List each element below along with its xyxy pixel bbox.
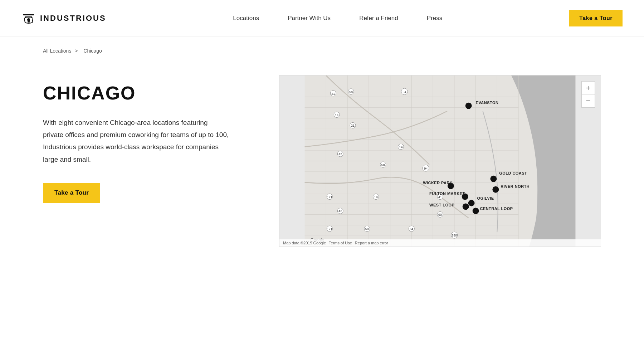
svg-text:43: 43 — [338, 152, 342, 156]
svg-text:EVANSTON: EVANSTON — [476, 101, 499, 105]
svg-rect-3 — [28, 21, 30, 23]
map-footer: Map data ©2019 Google Terms of Use Repor… — [279, 239, 601, 247]
left-panel: CHICAGO With eight convenient Chicago-ar… — [43, 75, 250, 203]
nav-partner[interactable]: Partner With Us — [288, 15, 331, 22]
nav-locations[interactable]: Locations — [233, 15, 259, 22]
svg-text:94: 94 — [402, 90, 406, 94]
svg-text:171: 171 — [327, 227, 332, 231]
svg-text:43: 43 — [338, 209, 342, 213]
svg-text:90: 90 — [438, 213, 442, 216]
map-controls: + − — [581, 81, 595, 108]
svg-text:94: 94 — [424, 167, 428, 170]
nav-refer[interactable]: Refer a Friend — [359, 15, 398, 22]
breadcrumb-separator: > — [75, 48, 78, 54]
svg-rect-0 — [23, 14, 34, 15]
map-data-credit: Map data ©2019 Google — [283, 241, 326, 245]
logo[interactable]: INDUSTRIOUS — [21, 11, 106, 25]
main-content: CHICAGO With eight convenient Chicago-ar… — [0, 54, 644, 268]
svg-text:41: 41 — [438, 195, 442, 199]
svg-text:WEST LOOP: WEST LOOP — [429, 203, 454, 207]
svg-text:WICKER PARK: WICKER PARK — [423, 181, 453, 185]
svg-text:GOLD COAST: GOLD COAST — [499, 171, 527, 175]
city-description: With eight convenient Chicago-area locat… — [43, 117, 229, 166]
svg-text:171: 171 — [327, 195, 332, 199]
svg-text:58: 58 — [349, 90, 353, 94]
map-container: 21 58 94 14 21 43 14 50 94 171 — [279, 75, 601, 247]
svg-text:21: 21 — [331, 92, 335, 96]
map-terms-link[interactable]: Terms of Use — [329, 241, 352, 245]
svg-text:50: 50 — [381, 163, 385, 167]
svg-text:50: 50 — [365, 227, 369, 231]
svg-point-79 — [473, 208, 479, 214]
breadcrumb-all-locations[interactable]: All Locations — [43, 48, 71, 54]
logo-text: INDUSTRIOUS — [40, 14, 106, 23]
header-take-tour-button[interactable]: Take a Tour — [569, 10, 623, 26]
svg-point-75 — [468, 200, 475, 206]
chicago-map: 21 58 94 14 21 43 14 50 94 171 — [279, 75, 601, 247]
map-zoom-in-button[interactable]: + — [582, 82, 595, 94]
breadcrumb-current: Chicago — [83, 48, 102, 54]
map-zoom-out-button[interactable]: − — [582, 94, 595, 107]
svg-text:CENTRAL LOOP: CENTRAL LOOP — [480, 206, 513, 211]
svg-text:19: 19 — [374, 195, 378, 199]
nav-press[interactable]: Press — [427, 15, 442, 22]
svg-text:14: 14 — [399, 145, 402, 149]
map-report-link[interactable]: Report a map error — [355, 241, 388, 245]
site-header: INDUSTRIOUS Locations Partner With Us Re… — [0, 0, 644, 36]
breadcrumb: All Locations > Chicago — [0, 36, 644, 54]
svg-text:21: 21 — [351, 124, 355, 127]
svg-point-65 — [465, 103, 472, 109]
svg-text:OGILVIE: OGILVIE — [477, 196, 494, 200]
svg-point-67 — [490, 176, 497, 182]
main-take-tour-button[interactable]: Take a Tour — [43, 183, 100, 203]
city-title: CHICAGO — [43, 82, 250, 104]
svg-text:64: 64 — [410, 227, 413, 231]
svg-point-2 — [27, 18, 30, 21]
svg-text:RIVER NORTH: RIVER NORTH — [501, 184, 530, 189]
svg-text:14: 14 — [335, 113, 338, 117]
svg-point-77 — [463, 204, 469, 210]
svg-point-71 — [492, 186, 499, 193]
svg-text:290: 290 — [452, 234, 457, 237]
main-nav: Locations Partner With Us Refer a Friend… — [233, 15, 442, 22]
industrious-logo-icon — [21, 11, 36, 25]
svg-text:FULTON MARKET: FULTON MARKET — [429, 191, 465, 196]
